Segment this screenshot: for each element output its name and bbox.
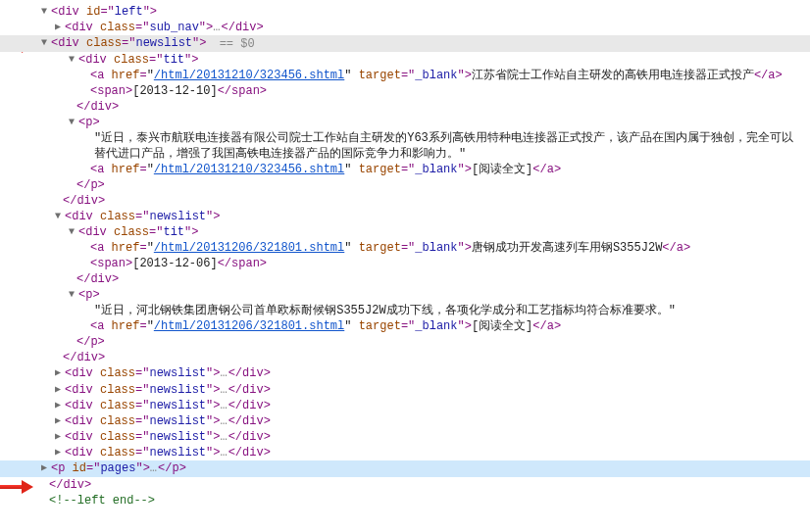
caret-icon[interactable] bbox=[53, 365, 63, 381]
caret-icon[interactable] bbox=[67, 115, 76, 130]
caret-icon[interactable] bbox=[53, 382, 63, 398]
title-text: 江苏省院士工作站自主研发的高铁用电连接器正式投产 bbox=[472, 69, 754, 82]
node-p-close[interactable]: </p> bbox=[39, 334, 810, 350]
caret-icon[interactable] bbox=[67, 52, 76, 68]
href-link[interactable]: /html/20131210/323456.shtml bbox=[154, 69, 344, 82]
caret-icon[interactable] bbox=[53, 20, 63, 35]
readmore-text: [阅读全文] bbox=[472, 163, 532, 176]
node-tit-close[interactable]: </div> bbox=[39, 271, 810, 287]
ellipsis: … bbox=[220, 446, 228, 459]
caret-icon[interactable] bbox=[53, 209, 63, 224]
node-p-close[interactable]: </p> bbox=[39, 177, 810, 193]
node-tit[interactable]: <div class="tit"> bbox=[39, 224, 810, 240]
node-span-date[interactable]: <span>[2013-12-10]</span> bbox=[39, 83, 810, 99]
readmore-text: [阅读全文] bbox=[472, 319, 532, 333]
caret-icon[interactable] bbox=[53, 429, 63, 445]
node-a-readmore[interactable]: <a href="/html/20131210/323456.shtml" ta… bbox=[39, 162, 810, 177]
href-link[interactable]: /html/20131206/321801.shtml bbox=[154, 241, 344, 255]
ellipsis: … bbox=[220, 414, 228, 428]
href-link[interactable]: /html/20131206/321801.shtml bbox=[154, 319, 344, 333]
desc-text: "近日，河北钢铁集团唐钢公司首单欧标耐候钢S355J2W成功下线，各项化学成分和… bbox=[39, 303, 794, 318]
node-pages[interactable]: <p id="pages">…</p> bbox=[0, 460, 810, 476]
href-link[interactable]: /html/20131210/323456.shtml bbox=[154, 163, 344, 176]
node-a-readmore[interactable]: <a href="/html/20131206/321801.shtml" ta… bbox=[39, 318, 810, 334]
node-tit[interactable]: <div class="tit"> bbox=[39, 52, 810, 68]
date-text: [2013-12-06] bbox=[132, 257, 217, 270]
ellipsis: … bbox=[220, 430, 228, 444]
caret-icon[interactable] bbox=[67, 287, 76, 303]
node-p-open[interactable]: <p> bbox=[39, 115, 810, 130]
node-div-left-close[interactable]: </div> bbox=[39, 477, 810, 493]
node-p-open[interactable]: <p> bbox=[39, 287, 810, 303]
caret-icon[interactable] bbox=[53, 413, 63, 429]
dom-tree: <div id="left"> <div class="sub_nav">…</… bbox=[0, 0, 810, 508]
caret-icon[interactable] bbox=[53, 398, 63, 413]
node-newslist-collapsed[interactable]: <div class="newslist">…</div> bbox=[39, 365, 810, 381]
node-div-left-open[interactable]: <div id="left"> bbox=[39, 4, 810, 20]
date-text: [2013-12-10] bbox=[132, 84, 217, 98]
caret-icon[interactable] bbox=[39, 4, 49, 20]
node-tit-close[interactable]: </div> bbox=[39, 99, 810, 115]
selected-node-annotation: == $0 bbox=[206, 37, 254, 51]
caret-icon[interactable] bbox=[39, 35, 49, 51]
node-newslist-close[interactable]: </div> bbox=[39, 350, 810, 365]
desc-text: "近日，泰兴市航联电连接器有限公司院士工作站自主研发的Y63系列高铁用特种电连接… bbox=[39, 130, 794, 162]
caret-icon[interactable] bbox=[53, 445, 63, 460]
node-sub-nav[interactable]: <div class="sub_nav">…</div> bbox=[39, 20, 810, 35]
caret-icon[interactable] bbox=[67, 224, 76, 240]
node-a-title[interactable]: <a href="/html/20131210/323456.shtml" ta… bbox=[39, 68, 810, 83]
node-newslist-collapsed[interactable]: <div class="newslist">…</div> bbox=[39, 429, 810, 445]
node-newslist-collapsed[interactable]: <div class="newslist">…</div> bbox=[39, 445, 810, 460]
ellipsis: … bbox=[150, 462, 158, 476]
caret-icon[interactable] bbox=[39, 460, 49, 476]
ellipsis: … bbox=[220, 367, 228, 381]
node-newslist-selected[interactable]: <div class="newslist"> == $0 bbox=[0, 35, 810, 51]
node-newslist-collapsed[interactable]: <div class="newslist">…</div> bbox=[39, 398, 810, 413]
node-a-title[interactable]: <a href="/html/20131206/321801.shtml" ta… bbox=[39, 240, 810, 256]
node-span-date[interactable]: <span>[2013-12-06]</span> bbox=[39, 256, 810, 271]
title-text: 唐钢成功开发高速列车用钢S355J2W bbox=[472, 241, 662, 255]
comment-left-end: <!--left end--> bbox=[39, 493, 810, 508]
node-newslist-close[interactable]: </div> bbox=[39, 193, 810, 209]
ellipsis: … bbox=[220, 383, 228, 397]
node-newslist-collapsed[interactable]: <div class="newslist">…</div> bbox=[39, 413, 810, 429]
ellipsis: … bbox=[220, 399, 228, 412]
node-newslist-collapsed[interactable]: <div class="newslist">…</div> bbox=[39, 382, 810, 398]
node-newslist[interactable]: <div class="newslist"> bbox=[39, 209, 810, 224]
